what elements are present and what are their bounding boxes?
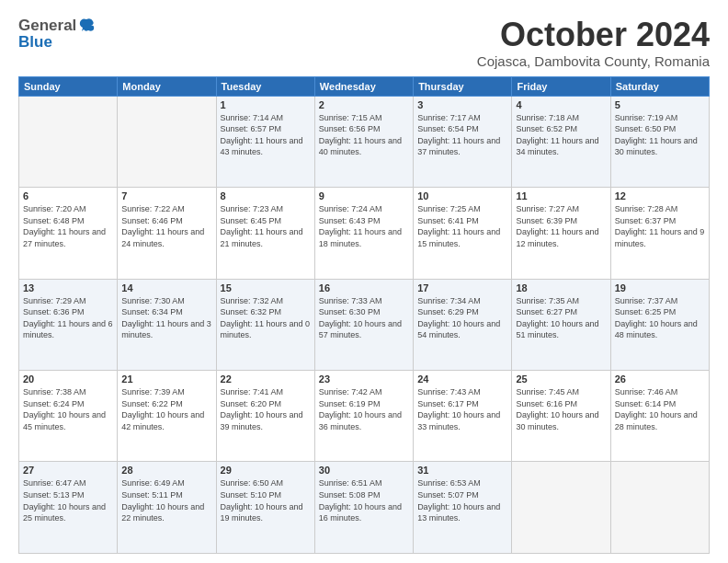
- weekday-header-wednesday: Wednesday: [314, 76, 413, 96]
- calendar-cell: [19, 96, 118, 187]
- daylight-text: Daylight: 10 hours and 36 minutes.: [319, 409, 409, 432]
- day-number: 6: [23, 190, 113, 201]
- month-title: October 2024: [477, 17, 710, 53]
- day-number: 14: [121, 282, 211, 293]
- daylight-text: Daylight: 11 hours and 12 minutes.: [516, 226, 606, 249]
- sunset-text: Sunset: 6:50 PM: [615, 123, 705, 135]
- weekday-header-monday: Monday: [118, 76, 216, 96]
- header-row: SundayMondayTuesdayWednesdayThursdayFrid…: [19, 76, 710, 96]
- day-info: Sunrise: 7:18 AMSunset: 6:52 PMDaylight:…: [516, 112, 606, 158]
- day-info: Sunrise: 7:20 AMSunset: 6:48 PMDaylight:…: [23, 203, 113, 249]
- sunset-text: Sunset: 6:39 PM: [516, 215, 606, 227]
- sunrise-text: Sunrise: 7:30 AM: [121, 295, 211, 307]
- day-info: Sunrise: 7:39 AMSunset: 6:22 PMDaylight:…: [121, 386, 211, 432]
- day-number: 12: [615, 190, 705, 201]
- day-number: 26: [615, 373, 705, 385]
- day-number: 29: [221, 465, 311, 476]
- sunrise-text: Sunrise: 7:27 AM: [516, 203, 606, 215]
- sunrise-text: Sunrise: 7:45 AM: [516, 386, 606, 398]
- daylight-text: Daylight: 10 hours and 13 minutes.: [417, 501, 507, 524]
- sunset-text: Sunset: 6:57 PM: [221, 123, 311, 135]
- sunset-text: Sunset: 6:22 PM: [121, 398, 211, 410]
- day-info: Sunrise: 6:50 AMSunset: 5:10 PMDaylight:…: [221, 477, 311, 523]
- day-info: Sunrise: 7:15 AMSunset: 6:56 PMDaylight:…: [319, 112, 409, 158]
- sunset-text: Sunset: 6:41 PM: [417, 215, 507, 227]
- day-number: 9: [319, 190, 409, 201]
- calendar-cell: 12Sunrise: 7:28 AMSunset: 6:37 PMDayligh…: [610, 188, 709, 279]
- calendar-cell: 27Sunrise: 6:47 AMSunset: 5:13 PMDayligh…: [19, 462, 118, 554]
- sunset-text: Sunset: 6:20 PM: [221, 398, 311, 410]
- day-info: Sunrise: 6:51 AMSunset: 5:08 PMDaylight:…: [319, 477, 409, 523]
- calendar-cell: 2Sunrise: 7:15 AMSunset: 6:56 PMDaylight…: [314, 96, 413, 187]
- calendar-cell: 5Sunrise: 7:19 AMSunset: 6:50 PMDaylight…: [610, 96, 709, 187]
- day-number: 2: [319, 99, 409, 110]
- calendar-cell: 13Sunrise: 7:29 AMSunset: 6:36 PMDayligh…: [19, 279, 118, 370]
- daylight-text: Daylight: 11 hours and 6 minutes.: [23, 318, 113, 341]
- calendar-cell: 22Sunrise: 7:41 AMSunset: 6:20 PMDayligh…: [216, 371, 314, 462]
- day-info: Sunrise: 6:53 AMSunset: 5:07 PMDaylight:…: [417, 477, 507, 523]
- sunrise-text: Sunrise: 7:17 AM: [417, 112, 507, 124]
- day-number: 18: [516, 282, 606, 293]
- sunset-text: Sunset: 6:45 PM: [221, 215, 311, 227]
- sunset-text: Sunset: 6:29 PM: [417, 306, 507, 318]
- sunset-text: Sunset: 6:30 PM: [319, 306, 409, 318]
- day-info: Sunrise: 6:47 AMSunset: 5:13 PMDaylight:…: [23, 477, 113, 523]
- daylight-text: Daylight: 10 hours and 54 minutes.: [417, 318, 507, 341]
- day-number: 25: [516, 373, 606, 385]
- sunset-text: Sunset: 6:48 PM: [23, 215, 113, 227]
- day-number: 13: [23, 282, 113, 293]
- day-number: 10: [417, 190, 507, 201]
- sunrise-text: Sunrise: 7:33 AM: [319, 295, 409, 307]
- calendar-cell: [610, 462, 709, 554]
- sunrise-text: Sunrise: 7:14 AM: [221, 112, 311, 124]
- logo-blue: Blue: [18, 33, 52, 52]
- daylight-text: Daylight: 10 hours and 28 minutes.: [615, 409, 705, 432]
- calendar-cell: 31Sunrise: 6:53 AMSunset: 5:07 PMDayligh…: [414, 462, 512, 554]
- calendar-cell: 25Sunrise: 7:45 AMSunset: 6:16 PMDayligh…: [512, 371, 610, 462]
- sunrise-text: Sunrise: 7:38 AM: [23, 386, 113, 398]
- calendar-cell: 9Sunrise: 7:24 AMSunset: 6:43 PMDaylight…: [314, 188, 413, 279]
- day-number: 8: [221, 190, 311, 201]
- calendar-cell: 10Sunrise: 7:25 AMSunset: 6:41 PMDayligh…: [414, 188, 512, 279]
- calendar-row-1: 6Sunrise: 7:20 AMSunset: 6:48 PMDaylight…: [19, 188, 710, 279]
- day-info: Sunrise: 7:32 AMSunset: 6:32 PMDaylight:…: [221, 295, 311, 341]
- day-info: Sunrise: 7:37 AMSunset: 6:25 PMDaylight:…: [615, 295, 705, 341]
- calendar-cell: 26Sunrise: 7:46 AMSunset: 6:14 PMDayligh…: [610, 371, 709, 462]
- page: General Blue October 2024 Cojasca, Dambo…: [0, 0, 728, 563]
- subtitle: Cojasca, Dambovita County, Romania: [477, 53, 710, 69]
- sunset-text: Sunset: 6:14 PM: [615, 398, 705, 410]
- calendar-cell: 23Sunrise: 7:42 AMSunset: 6:19 PMDayligh…: [314, 371, 413, 462]
- day-number: 24: [417, 373, 507, 385]
- sunrise-text: Sunrise: 7:46 AM: [615, 386, 705, 398]
- sunrise-text: Sunrise: 7:15 AM: [319, 112, 409, 124]
- daylight-text: Daylight: 10 hours and 51 minutes.: [516, 318, 606, 341]
- daylight-text: Daylight: 10 hours and 22 minutes.: [121, 501, 211, 524]
- calendar-row-0: 1Sunrise: 7:14 AMSunset: 6:57 PMDaylight…: [19, 96, 710, 187]
- calendar-cell: 7Sunrise: 7:22 AMSunset: 6:46 PMDaylight…: [118, 188, 216, 279]
- daylight-text: Daylight: 11 hours and 24 minutes.: [121, 226, 211, 249]
- sunset-text: Sunset: 6:27 PM: [516, 306, 606, 318]
- day-number: 22: [221, 373, 311, 385]
- sunset-text: Sunset: 6:24 PM: [23, 398, 113, 410]
- calendar-cell: 19Sunrise: 7:37 AMSunset: 6:25 PMDayligh…: [610, 279, 709, 370]
- day-number: 7: [121, 190, 211, 201]
- sunrise-text: Sunrise: 6:47 AM: [23, 477, 113, 489]
- sunrise-text: Sunrise: 7:23 AM: [221, 203, 311, 215]
- daylight-text: Daylight: 11 hours and 27 minutes.: [23, 226, 113, 249]
- calendar-cell: 6Sunrise: 7:20 AMSunset: 6:48 PMDaylight…: [19, 188, 118, 279]
- day-info: Sunrise: 7:41 AMSunset: 6:20 PMDaylight:…: [221, 386, 311, 432]
- sunset-text: Sunset: 6:25 PM: [615, 306, 705, 318]
- calendar-row-2: 13Sunrise: 7:29 AMSunset: 6:36 PMDayligh…: [19, 279, 710, 370]
- sunrise-text: Sunrise: 6:51 AM: [319, 477, 409, 489]
- sunset-text: Sunset: 5:10 PM: [221, 489, 311, 501]
- day-info: Sunrise: 7:43 AMSunset: 6:17 PMDaylight:…: [417, 386, 507, 432]
- sunrise-text: Sunrise: 7:29 AM: [23, 295, 113, 307]
- calendar-cell: [512, 462, 610, 554]
- sunset-text: Sunset: 6:54 PM: [417, 123, 507, 135]
- day-number: 31: [417, 465, 507, 476]
- daylight-text: Daylight: 11 hours and 18 minutes.: [319, 226, 409, 249]
- weekday-header-thursday: Thursday: [414, 76, 512, 96]
- sunset-text: Sunset: 5:11 PM: [121, 489, 211, 501]
- calendar-cell: 14Sunrise: 7:30 AMSunset: 6:34 PMDayligh…: [118, 279, 216, 370]
- calendar-cell: 3Sunrise: 7:17 AMSunset: 6:54 PMDaylight…: [414, 96, 512, 187]
